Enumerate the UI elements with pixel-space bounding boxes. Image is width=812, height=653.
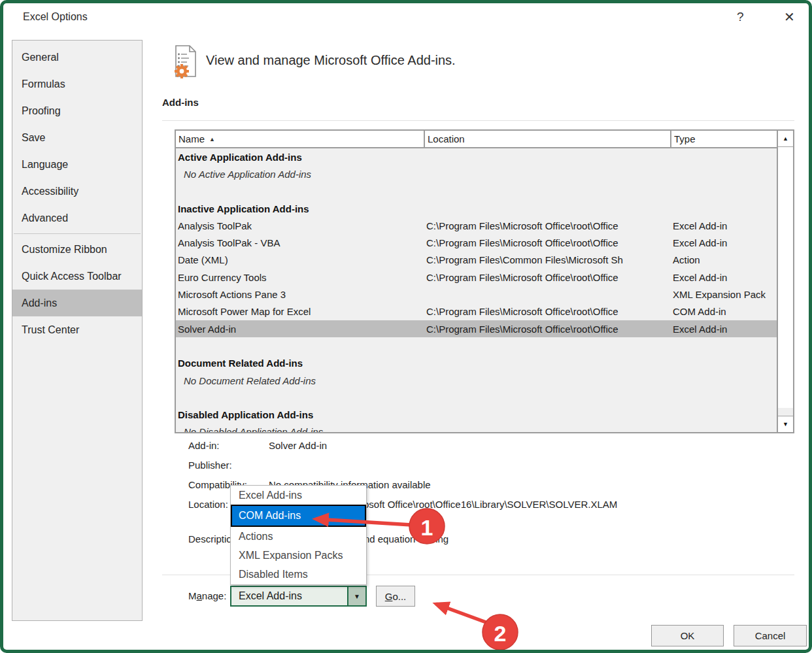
cell-name: Analysis ToolPak - VBA bbox=[176, 237, 425, 248]
sidebar-item-language[interactable]: Language bbox=[12, 151, 142, 178]
annotation-step-2: 2 bbox=[494, 621, 507, 646]
sidebar-item-proofing[interactable]: Proofing bbox=[12, 97, 142, 124]
table-row[interactable]: Analysis ToolPakC:\Program Files\Microso… bbox=[176, 217, 777, 234]
cell-location: C:\Program Files\Microsoft Office\root\O… bbox=[425, 306, 671, 317]
table-row: No Active Application Add-ins bbox=[176, 165, 777, 182]
sidebar-item-general[interactable]: General bbox=[12, 44, 142, 71]
addins-section-label: Add-ins bbox=[162, 97, 199, 108]
sidebar-item-accessibility[interactable]: Accessibility bbox=[12, 178, 142, 205]
help-icon[interactable]: ? bbox=[737, 10, 744, 24]
column-type-label: Type bbox=[674, 133, 696, 144]
table-row bbox=[176, 337, 777, 354]
dropdown-item-com-add-ins[interactable]: COM Add-ins bbox=[231, 505, 366, 526]
cell-location: C:\Program Files\Common Files\Microsoft … bbox=[425, 254, 671, 265]
table-row bbox=[176, 389, 777, 406]
cell-name: Document Related Add-ins bbox=[176, 358, 425, 369]
detail-addin-value: Solver Add-in bbox=[269, 440, 327, 451]
detail-publisher: Publisher: bbox=[188, 460, 698, 473]
manage-label-accesskey: a bbox=[197, 590, 202, 601]
dropdown-item-actions[interactable]: Actions bbox=[231, 527, 366, 546]
column-header-location[interactable]: Location bbox=[425, 131, 671, 148]
scroll-up-icon[interactable]: ▲ bbox=[778, 131, 793, 147]
cell-name: No Disabled Application Add-ins bbox=[176, 426, 425, 432]
addins-page-icon bbox=[171, 44, 202, 79]
dropdown-item-xml-expansion-packs[interactable]: XML Expansion Packs bbox=[231, 546, 366, 565]
cell-type: COM Add-in bbox=[671, 306, 777, 317]
sidebar-item-trust-center[interactable]: Trust Center bbox=[12, 316, 142, 343]
cell-type: Excel Add-in bbox=[671, 272, 777, 283]
table-body: Active Application Add-insNo Active Appl… bbox=[176, 148, 777, 432]
table-row: No Document Related Add-ins bbox=[176, 372, 777, 389]
cell-type: Excel Add-in bbox=[671, 237, 777, 248]
manage-label-post: nage: bbox=[202, 590, 227, 601]
cell-name: Active Application Add-ins bbox=[176, 152, 425, 163]
sidebar-item-save[interactable]: Save bbox=[12, 124, 142, 151]
manage-label-pre: M bbox=[188, 590, 197, 601]
section-divider bbox=[162, 120, 794, 121]
table-row bbox=[176, 183, 777, 200]
manage-combobox-value: Excel Add-ins bbox=[231, 590, 347, 602]
cell-type: XML Expansion Pack bbox=[671, 289, 777, 300]
table-row: Disabled Application Add-ins bbox=[176, 406, 777, 423]
column-header-name[interactable]: Name ▲ bbox=[176, 131, 425, 148]
cell-type: Action bbox=[671, 254, 777, 265]
cell-name: Solver Add-in bbox=[176, 324, 425, 335]
detail-addin-label: Add-in: bbox=[188, 440, 269, 451]
combobox-dropdown-icon[interactable]: ▼ bbox=[347, 587, 365, 605]
table-row[interactable]: Microsoft Power Map for ExcelC:\Program … bbox=[176, 303, 777, 320]
table-row: No Disabled Application Add-ins bbox=[176, 424, 777, 432]
go-button-label: o... bbox=[392, 591, 406, 602]
sidebar-item-quick-access-toolbar[interactable]: Quick Access Toolbar bbox=[12, 263, 142, 290]
cell-location: C:\Program Files\Microsoft Office\root\O… bbox=[425, 324, 671, 335]
table-row[interactable]: Analysis ToolPak - VBAC:\Program Files\M… bbox=[176, 234, 777, 251]
cell-name: No Active Application Add-ins bbox=[176, 169, 425, 180]
dropdown-item-disabled-items[interactable]: Disabled Items bbox=[231, 565, 366, 584]
table-row[interactable]: Date (XML)C:\Program Files\Common Files\… bbox=[176, 252, 777, 269]
annotation-arrow-2 bbox=[436, 604, 495, 626]
detail-addin: Add-in:Solver Add-in bbox=[188, 440, 698, 453]
cell-name: No Document Related Add-ins bbox=[176, 375, 425, 386]
go-button[interactable]: Go... bbox=[376, 586, 415, 607]
scroll-down-icon[interactable]: ▼ bbox=[778, 416, 793, 432]
addins-table: Name ▲ Location Type Active Application … bbox=[175, 129, 794, 433]
cell-name: Euro Currency Tools bbox=[176, 272, 425, 283]
cell-type: Excel Add-in bbox=[671, 220, 777, 231]
gear-icon bbox=[175, 64, 189, 78]
sidebar-item-add-ins[interactable]: Add-ins bbox=[12, 290, 142, 316]
dialog-title: Excel Options bbox=[23, 11, 88, 23]
cell-name: Inactive Application Add-ins bbox=[176, 203, 425, 214]
column-location-label: Location bbox=[428, 133, 465, 144]
dropdown-item-excel-add-ins[interactable]: Excel Add-ins bbox=[231, 486, 366, 505]
table-row[interactable]: Solver Add-inC:\Program Files\Microsoft … bbox=[176, 320, 777, 337]
close-icon[interactable]: ✕ bbox=[784, 9, 795, 25]
table-row: Active Application Add-ins bbox=[176, 148, 777, 165]
sidebar-item-formulas[interactable]: Formulas bbox=[12, 71, 142, 97]
column-header-type[interactable]: Type bbox=[671, 131, 777, 148]
scrollbar-gap bbox=[778, 408, 793, 416]
scrollbar-track[interactable] bbox=[778, 147, 793, 408]
cell-location: C:\Program Files\Microsoft Office\root\O… bbox=[425, 272, 671, 283]
manage-combobox[interactable]: Excel Add-ins ▼ bbox=[230, 586, 367, 607]
ok-button[interactable]: OK bbox=[651, 625, 724, 646]
sidebar-divider bbox=[14, 233, 141, 234]
cell-location: C:\Program Files\Microsoft Office\root\O… bbox=[425, 237, 671, 248]
table-row[interactable]: Euro Currency ToolsC:\Program Files\Micr… bbox=[176, 269, 777, 286]
column-name-label: Name bbox=[178, 133, 205, 144]
vertical-scrollbar[interactable]: ▲ ▼ bbox=[777, 131, 793, 432]
cell-type: Excel Add-in bbox=[671, 324, 777, 335]
cell-name: Analysis ToolPak bbox=[176, 220, 425, 231]
detail-publisher-label: Publisher: bbox=[188, 460, 269, 471]
sidebar-item-customize-ribbon[interactable]: Customize Ribbon bbox=[12, 236, 142, 263]
manage-label: Manage: bbox=[188, 590, 226, 601]
page-description: View and manage Microsoft Office Add-ins… bbox=[206, 53, 456, 68]
sidebar: GeneralFormulasProofingSaveLanguageAcces… bbox=[12, 40, 143, 621]
excel-options-dialog: Excel Options ? ✕ GeneralFormulasProofin… bbox=[0, 0, 812, 653]
table-row: Inactive Application Add-ins bbox=[176, 200, 777, 217]
sidebar-item-advanced[interactable]: Advanced bbox=[12, 205, 142, 231]
go-button-accesskey: G bbox=[385, 591, 393, 602]
table-header: Name ▲ Location Type bbox=[176, 131, 777, 148]
cell-name: Disabled Application Add-ins bbox=[176, 409, 425, 420]
table-row[interactable]: Microsoft Actions Pane 3XML Expansion Pa… bbox=[176, 286, 777, 303]
cell-name: Microsoft Power Map for Excel bbox=[176, 306, 425, 317]
cancel-button[interactable]: Cancel bbox=[734, 625, 807, 646]
